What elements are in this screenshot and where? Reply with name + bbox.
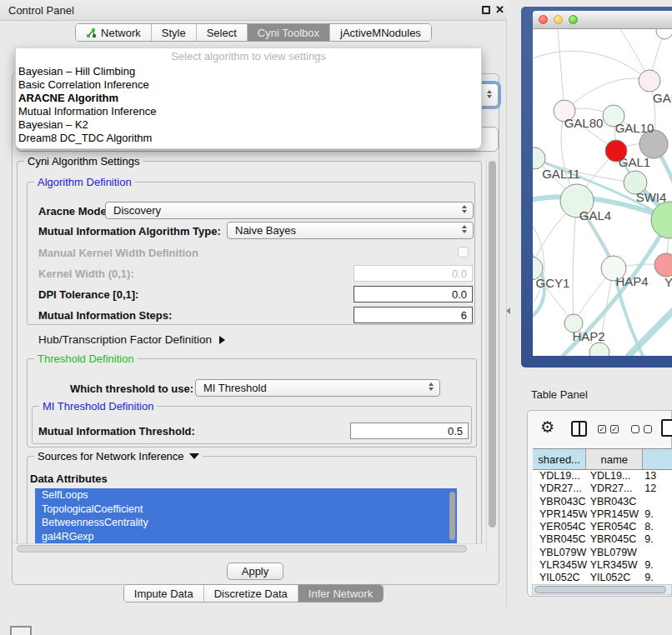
scrollbar-thumb[interactable] [489, 161, 496, 528]
algorithm-placeholder: Select algorithm to view settings [16, 48, 481, 65]
column-header-shared-name[interactable]: shared... [533, 449, 586, 469]
group-title: Cyni Algorithm Settings [24, 155, 143, 168]
algorithm-option[interactable]: Bayesian – Hill Climbing [16, 65, 481, 78]
select-all-checkbox-icon[interactable]: ✓ [610, 425, 619, 433]
export-table-icon[interactable] [661, 419, 672, 437]
network-node-label: Y [664, 275, 672, 289]
mi-threshold-field[interactable]: 0.5 [350, 422, 469, 439]
collapse-arrow-icon [189, 453, 199, 459]
tab-impute-data[interactable]: Impute Data [124, 585, 203, 602]
vertical-scrollbar[interactable] [486, 158, 499, 553]
table-cell: YLR345W [533, 559, 587, 572]
tab-infer-network[interactable]: Infer Network [298, 585, 383, 602]
which-threshold-label: Which threshold to use: [70, 382, 193, 395]
minimize-traffic-light[interactable] [554, 15, 563, 24]
hub-definition-label: Hub/Transcription Factor Definition [38, 333, 212, 346]
network-node-label: GAL [653, 91, 672, 105]
table-row[interactable]: YIL052CYIL052C9. [533, 572, 672, 584]
algorithm-option[interactable]: Basic Correlation Inference [16, 78, 481, 92]
tab-label: Discretize Data [214, 588, 288, 600]
hub-definition-expander[interactable]: Hub/Transcription Factor Definition [38, 333, 225, 346]
network-node-label: GAL11 [542, 167, 580, 181]
column-header-partial[interactable] [643, 449, 672, 469]
tab-discretize-data[interactable]: Discretize Data [203, 585, 298, 602]
network-node[interactable] [651, 202, 672, 238]
tab-label: jActiveMNodules [340, 27, 421, 39]
column-header-name[interactable]: name [586, 449, 643, 469]
apply-button[interactable]: Apply [227, 562, 283, 580]
table-cell: YER054C [587, 521, 644, 533]
tab-label: Cyni Toolbox [258, 27, 319, 39]
scrollbar-thumb[interactable] [534, 586, 666, 593]
algorithm-option[interactable]: Dream8 DC_TDC Algorithm [16, 132, 481, 145]
aracne-mode-value: Discovery [113, 204, 161, 217]
deselect-all-checkbox-icon[interactable] [631, 425, 639, 433]
kernel-width-field[interactable]: 0.0 [354, 265, 473, 282]
manual-kernel-checkbox[interactable] [458, 247, 469, 258]
table-cell: YPR145W [533, 508, 587, 521]
which-threshold-combo[interactable]: MI Threshold [195, 379, 440, 397]
algorithm-option[interactable]: Bayesian – K2 [16, 118, 481, 132]
network-edge [564, 78, 649, 111]
tab-jactivemnodules[interactable]: jActiveMNodules [329, 24, 431, 41]
data-attribute-item[interactable]: TopologicalCoefficient [35, 502, 457, 517]
scrollbar-thumb[interactable] [17, 545, 467, 552]
network-node[interactable] [639, 70, 660, 92]
network-node[interactable] [654, 253, 672, 277]
network-window-titlebar[interactable] [533, 11, 672, 29]
data-attribute-item[interactable]: BetweennessCentrality [35, 516, 457, 530]
data-attribute-item[interactable]: SelfLoops [35, 488, 457, 502]
network-edge [573, 201, 577, 323]
mi-steps-field[interactable]: 6 [354, 307, 473, 323]
algorithm-option[interactable]: Mutual Information Inference [16, 105, 481, 118]
close-traffic-light[interactable] [539, 15, 548, 24]
which-threshold-value: MI Threshold [203, 382, 267, 394]
tab-cyni-toolbox[interactable]: Cyni Toolbox [247, 24, 329, 41]
table-row[interactable]: YBL079WYBL079W [533, 547, 672, 559]
gear-icon[interactable]: ⚙ [540, 418, 554, 437]
splitter-collapse-arrow[interactable] [506, 308, 510, 314]
dpi-tolerance-label: DPI Tolerance [0,1]: [38, 288, 138, 301]
float-window-icon[interactable] [482, 6, 490, 14]
zoom-traffic-light[interactable] [569, 15, 578, 24]
close-icon[interactable]: ✕ [495, 3, 504, 16]
tab-network[interactable]: Network [76, 24, 151, 41]
table-row[interactable]: YPR145WYPR145W9. [533, 508, 672, 521]
aracne-mode-combo[interactable]: Discovery [105, 202, 474, 219]
algorithm-option[interactable]: ARACNE Algorithm [16, 92, 481, 105]
network-node[interactable] [656, 29, 672, 39]
mi-threshold-label: Mutual Information Threshold: [38, 425, 195, 438]
select-all-checkbox-icon[interactable]: ✓ [598, 425, 606, 433]
top-tab-bar: NetworkStyleSelectCyni ToolboxjActiveMNo… [0, 23, 507, 42]
table-row[interactable]: YDL19...YDL19...13 [533, 470, 672, 482]
table-row[interactable]: YLR345WYLR345W9. [533, 559, 672, 572]
bottom-tab-bar: Impute DataDiscretize DataInfer Network [0, 584, 507, 602]
network-canvas[interactable]: GALGAL80GAL10GAL1GAL11SWI4GAL4GCY1HAP4YH… [533, 29, 672, 356]
list-scrollbar-thumb[interactable] [449, 492, 455, 540]
tab-select[interactable]: Select [196, 24, 247, 41]
table-horizontal-scrollbar[interactable] [532, 584, 672, 595]
data-attribute-item[interactable]: gal4RGexp [35, 530, 457, 544]
table-row[interactable]: YBR043CYBR043C [533, 496, 672, 508]
table-cell: 9. [643, 572, 672, 584]
mi-type-combo[interactable]: Naive Bayes [227, 222, 474, 239]
columns-icon-divider [579, 422, 580, 435]
minimized-panel-icon[interactable] [10, 626, 32, 635]
screen: Control Panel ✕ NetworkStyleSelectCyni T… [0, 0, 672, 635]
tab-style[interactable]: Style [151, 24, 196, 41]
combo-stepper-icon [487, 90, 492, 98]
table-cell: 12 [643, 482, 672, 495]
sources-expander[interactable]: Sources for Network Inference [34, 450, 203, 462]
tab-label: Select [207, 27, 237, 39]
dpi-tolerance-field[interactable]: 0.0 [354, 286, 473, 302]
table-cell: YBR043C [533, 496, 587, 508]
table-cell: YBR045C [587, 533, 644, 546]
table-row[interactable]: YER054CYER054C8. [533, 521, 672, 533]
deselect-all-checkbox-icon[interactable] [644, 425, 652, 433]
table-row[interactable]: YDR27...YDR27...12 [533, 482, 672, 495]
data-attributes-list[interactable]: SelfLoopsTopologicalCoefficientBetweenne… [35, 488, 457, 543]
table-panel-title: Table Panel [531, 388, 588, 401]
horizontal-scrollbar[interactable] [13, 543, 485, 553]
table-row[interactable]: YBR045CYBR045C9. [533, 533, 672, 546]
columns-icon[interactable] [571, 421, 587, 437]
